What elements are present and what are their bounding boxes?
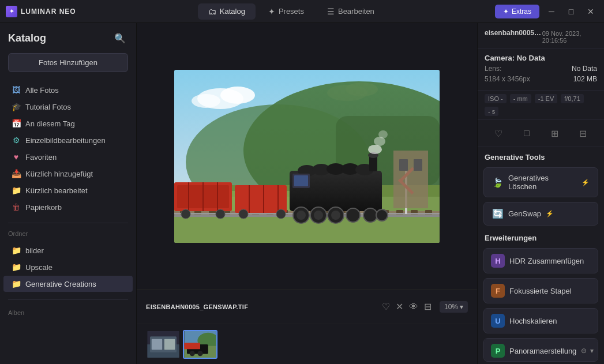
sidebar-item-alle-fotos[interactable]: 🖼 Alle Fotos (3, 82, 133, 98)
visibility-icon[interactable]: 👁 (409, 302, 418, 312)
svg-point-3 (192, 94, 220, 108)
favoriten-icon: ♥ (12, 152, 21, 162)
sidebar-item-einzelbild[interactable]: ⚙ Einzelbildbearbeitungen (3, 132, 133, 148)
thumbnail-2[interactable] (183, 330, 217, 359)
generative-tools-title: Generative Tools (478, 147, 604, 165)
sidebar-search-button[interactable]: 🔍 (112, 30, 128, 46)
maximize-button[interactable]: □ (564, 4, 579, 19)
favorite-icon[interactable]: ♡ (382, 301, 390, 312)
camera-value: No Data (517, 54, 545, 62)
right-panel: eisenbahn0005_ge… 09 Nov. 2023, 20:16:56… (477, 23, 604, 364)
sidebar-item-favoriten[interactable]: ♥ Favoriten (3, 149, 133, 165)
svg-point-63 (346, 208, 360, 222)
zoom-control[interactable]: 10% ▾ (440, 301, 468, 313)
lens-value: No Data (572, 65, 597, 73)
svg-point-66 (368, 145, 382, 154)
sidebar-folder-upscale[interactable]: 📁 Upscale (3, 259, 133, 275)
sidebar-folder-bilder-label: bilder (25, 246, 44, 255)
alben-label: Alben (0, 305, 136, 318)
logo-icon: ✦ (6, 6, 17, 17)
svg-point-58 (297, 211, 306, 220)
dimensions-row: 5184 x 3456px 102 MB (485, 75, 597, 83)
sidebar-item-tutorial-label: Tutorial Fotos (25, 103, 71, 111)
dimensions: 5184 x 3456px (485, 75, 530, 83)
sidebar-item-kh-label: Kürzlich hinzugefügt (25, 170, 93, 178)
photo-filename: EISENBAHN0005_GENSWAP.TIF (146, 303, 248, 310)
svg-point-84 (190, 351, 195, 356)
bearbeiten-icon: ☰ (327, 7, 335, 16)
sidebar-folder-generative-creations[interactable]: 📁 Generative Creations (3, 276, 133, 292)
sidebar: Katalog 🔍 Fotos Hinzufügen 🖼 Alle Fotos … (0, 23, 137, 364)
meta-filename: eisenbahn0005_ge… (485, 29, 542, 37)
panorama-button[interactable]: P Panoramaerstellung ⊖ ▾ (484, 339, 598, 362)
hochskalieren-button[interactable]: U Hochskalieren (483, 308, 598, 333)
close-button[interactable]: ✕ (583, 4, 598, 19)
svg-rect-73 (399, 159, 408, 171)
tab-katalog[interactable]: 🗂 Katalog (198, 3, 256, 20)
hdr-button[interactable]: H HDR Zusammenfügen (483, 248, 598, 273)
copy-icon-btn[interactable]: ⊞ (546, 125, 564, 142)
add-photos-button[interactable]: Fotos Hinzufügen (8, 53, 128, 72)
sidebar-item-papierkorb[interactable]: 🗑 Papierkorb (3, 199, 133, 215)
tab-bearbeiten[interactable]: ☰ Bearbeiten (317, 3, 385, 20)
svg-rect-78 (152, 339, 162, 349)
presets-icon: ✦ (268, 7, 275, 16)
svg-point-62 (331, 211, 340, 220)
meta-header: eisenbahn0005_ge… 09 Nov. 2023, 20:16:56 (478, 23, 604, 49)
sidebar-item-kueerzlich-hinzugefuegt[interactable]: 📥 Kürzlich hinzugefügt (3, 166, 133, 182)
fokus-button[interactable]: F Fokussierte Stapel (483, 278, 598, 303)
sidebar-item-papierkorb-label: Papierkorb (25, 203, 62, 212)
delete-icon[interactable]: ✕ (396, 301, 403, 312)
zoom-level: 10% (444, 303, 458, 311)
fokus-icon: F (491, 284, 505, 298)
svg-rect-74 (414, 159, 422, 171)
sidebar-item-kueerzlich-bearbeitet[interactable]: 📁 Kürzlich bearbeitet (3, 182, 133, 198)
hochskalieren-label: Hochskalieren (509, 317, 557, 325)
iso-label: ISO (488, 95, 499, 102)
photo-icons-row: ♡ □ ⊞ ⊟ (478, 120, 604, 147)
tutorial-fotos-icon: 🎓 (12, 102, 21, 111)
gen-loschen-icon: 🍃 (492, 177, 504, 188)
sidebar-header: Katalog 🔍 (0, 23, 136, 51)
exif-row: ISO - - mm -1 EV f/0,71 - s (478, 91, 604, 120)
minimize-button[interactable]: ─ (544, 4, 559, 19)
share-icon-btn[interactable]: □ (518, 125, 535, 142)
exif-speed: - s (485, 107, 498, 116)
sidebar-folder-bilder[interactable]: 📁 bilder (3, 242, 133, 258)
einzelbild-icon: ⚙ (12, 136, 21, 145)
tab-bearbeiten-label: Bearbeiten (338, 7, 374, 16)
sidebar-item-an-diesem-tag[interactable]: 📅 An diesem Tag (3, 115, 133, 132)
svg-point-40 (216, 209, 225, 219)
sidebar-item-tutorial-fotos[interactable]: 🎓 Tutorial Fotos (3, 99, 133, 115)
sidebar-item-alle-fotos-label: Alle Fotos (25, 86, 59, 95)
sidebar-main-items: 🖼 Alle Fotos 🎓 Tutorial Fotos 📅 An diese… (0, 79, 136, 218)
sidebar-title: Katalog (8, 32, 46, 44)
panorama-expand: ⊖ ▾ (581, 347, 594, 355)
compare-icon[interactable]: ⊟ (424, 301, 432, 312)
camera-label: Camera: (485, 54, 515, 62)
extras-button[interactable]: ✦ Extras (495, 5, 539, 18)
more-icon-btn[interactable]: ⊟ (575, 125, 592, 142)
generatives-loschen-button[interactable]: 🍃 Generatives Löschen ⚡ (483, 167, 598, 197)
kb-icon: 📁 (12, 186, 21, 195)
exif-iso: ISO - (485, 94, 507, 103)
meta-info: Camera: No Data Lens: No Data 5184 x 345… (478, 49, 604, 91)
svg-point-64 (363, 208, 377, 222)
like-icon-btn[interactable]: ♡ (490, 125, 507, 142)
fokus-label: Fokussierte Stapel (509, 287, 572, 295)
kh-icon: 📥 (12, 169, 21, 178)
erweiterungen-title: Erweiterungen (478, 228, 604, 246)
genswap-button[interactable]: 🔄 GenSwap ⚡ (483, 202, 598, 226)
thumbnail-1[interactable] (146, 330, 181, 359)
svg-point-45 (239, 209, 248, 219)
lightning-icon-loschen: ⚡ (582, 179, 590, 186)
svg-rect-79 (164, 339, 175, 349)
thumbnails-strip (137, 324, 477, 364)
svg-point-2 (220, 87, 255, 104)
panorama-section: P Panoramaerstellung ⊖ ▾ 📷 Ziehen Sie 2 … (483, 338, 598, 362)
svg-point-60 (314, 211, 323, 220)
sidebar-item-an-diesem-tag-label: An diesem Tag (25, 119, 75, 128)
sidebar-folder-generative-creations-label: Generative Creations (25, 280, 96, 288)
iso-value: - (501, 95, 503, 102)
tab-presets[interactable]: ✦ Presets (258, 3, 314, 20)
